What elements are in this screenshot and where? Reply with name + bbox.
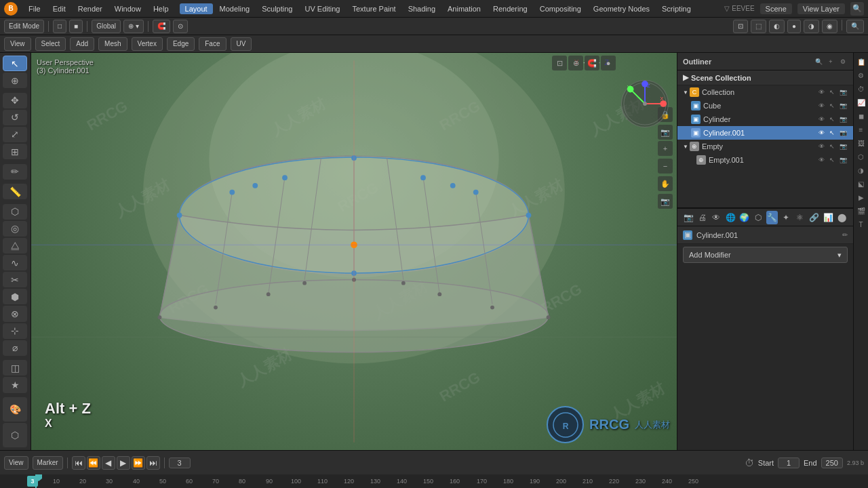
add-menu[interactable]: Add (70, 37, 94, 51)
prop-icon-particles[interactable]: ✦ (781, 211, 792, 224)
face-menu[interactable]: Face (199, 37, 226, 51)
pan-btn[interactable]: ✋ (658, 176, 673, 191)
zoom-out-btn[interactable]: − (658, 159, 673, 174)
tool-spin[interactable]: ⊗ (3, 306, 27, 321)
prev-keyframe-btn[interactable]: ⏪ (87, 456, 100, 470)
next-keyframe-btn[interactable]: ⏩ (132, 456, 145, 470)
far-right-shader[interactable]: ◑ (855, 164, 867, 176)
tool-shear[interactable]: ◫ (3, 360, 27, 375)
view-menu[interactable]: View (4, 37, 31, 51)
far-right-nla[interactable]: ≡ (855, 123, 867, 136)
workspace-scripting[interactable]: Scripting (656, 3, 696, 14)
tool-shrink[interactable]: ⌀ (3, 340, 27, 356)
empty-visibility[interactable]: 👁 (816, 142, 826, 151)
workspace-sculpting[interactable]: Sculpting (256, 3, 298, 14)
cube-select[interactable]: ↖ (827, 101, 837, 110)
shading-wire-btn[interactable]: ◐ (769, 20, 785, 33)
cyl-render[interactable]: 📷 (838, 115, 848, 124)
prop-icon-scene[interactable]: 🌐 (725, 211, 736, 224)
frame-end-box[interactable]: 250 (821, 458, 843, 468)
xray-toggle[interactable]: ⬚ (751, 20, 766, 33)
cyl001-select[interactable]: ↖ (827, 128, 837, 138)
prop-icon-physics[interactable]: ⚛ (795, 211, 806, 224)
workspace-layout[interactable]: Layout (180, 3, 213, 14)
vp-icon-render[interactable]: ● (601, 56, 616, 70)
engine-selector[interactable]: ▽ EEVEE (724, 5, 754, 12)
tool-smooth[interactable]: ⊹ (3, 323, 27, 339)
tool-annotate[interactable]: ✏ (3, 164, 27, 180)
play-back-btn[interactable]: ◀ (102, 456, 115, 470)
far-right-sequencer[interactable]: ▶ (855, 191, 867, 203)
prop-icon-render[interactable]: 📷 (683, 211, 694, 224)
outliner-filter-btn[interactable]: 🔍 (814, 57, 823, 66)
workspace-geometry-nodes[interactable]: Geometry Nodes (588, 3, 655, 14)
outliner-settings-btn[interactable]: ⚙ (838, 57, 848, 66)
prop-icon-output[interactable]: 🖨 (697, 211, 709, 224)
workspace-animation[interactable]: Animation (442, 3, 486, 14)
vp-icon-gizmo[interactable]: ⊕ (568, 56, 583, 70)
tool-paint[interactable]: 🎨 (3, 397, 27, 422)
empty001-render[interactable]: 📷 (838, 155, 848, 165)
menu-edit[interactable]: Edit (47, 3, 71, 14)
menu-render[interactable]: Render (73, 3, 108, 14)
current-frame-box[interactable]: 3 (169, 458, 191, 468)
tool-measure[interactable]: 📏 (3, 184, 27, 199)
outliner-add-btn[interactable]: + (826, 57, 835, 66)
far-right-properties[interactable]: ⚙ (855, 69, 867, 81)
tool-bevel[interactable]: ⧋ (3, 238, 27, 253)
nav-gizmo[interactable]: X Y Z (621, 80, 669, 127)
menu-window[interactable]: Window (109, 3, 146, 14)
tool-extrude[interactable]: ⬡ (3, 204, 27, 220)
workspace-uv-editing[interactable]: UV Editing (299, 3, 345, 14)
select-menu[interactable]: Select (35, 37, 66, 51)
edge-menu[interactable]: Edge (167, 37, 195, 51)
vertex-menu[interactable]: Vertex (132, 37, 163, 51)
cyl-select[interactable]: ↖ (827, 115, 837, 124)
far-right-uv[interactable]: ⬡ (855, 150, 867, 163)
tool-move[interactable]: ✥ (3, 93, 27, 108)
scrub-bar[interactable]: 0 10 20 30 40 50 60 70 80 90 100 110 120… (0, 474, 868, 488)
viewport-overlays-btn[interactable]: ⊡ (733, 20, 748, 33)
shading-render-btn[interactable]: ◉ (822, 20, 837, 33)
prop-icon-constraints[interactable]: 🔗 (808, 211, 820, 224)
far-right-text[interactable]: T (855, 218, 867, 230)
properties-edit-icon[interactable]: ✏ (842, 231, 848, 239)
select-toggle[interactable]: ↖ (827, 87, 837, 97)
cyl-visibility[interactable]: 👁 (816, 115, 826, 124)
workspace-shading[interactable]: Shading (403, 3, 441, 14)
outliner-item-collection[interactable]: ▼ C Collection 👁 ↖ 📷 (677, 85, 853, 99)
far-right-graph[interactable]: 📈 (855, 96, 867, 108)
workspace-texture-paint[interactable]: Texture Paint (347, 3, 401, 14)
scene-selector[interactable]: Scene (760, 3, 792, 14)
cyl001-render[interactable]: 📷 (838, 128, 848, 138)
prop-icon-view-layer[interactable]: 👁 (711, 211, 722, 224)
render-toggle[interactable]: 📷 (838, 87, 848, 97)
zoom-in-btn[interactable]: + (658, 141, 673, 156)
shading-solid-btn[interactable]: ● (787, 20, 801, 33)
outliner-item-cube[interactable]: ▣ Cube 👁 ↖ 📷 (677, 99, 853, 113)
outliner-item-empty001[interactable]: ⊕ Empty.001 👁 ↖ 📷 (677, 153, 853, 167)
jump-start-btn[interactable]: ⏮ (72, 456, 85, 470)
workspace-modeling[interactable]: Modeling (214, 3, 256, 14)
outliner-item-cylinder001[interactable]: ▣ Cylinder.001 👁 ↖ 📷 (677, 126, 853, 140)
shading-look-btn[interactable]: ◑ (804, 20, 819, 33)
tool-view-3d[interactable]: ⬡ (3, 423, 27, 447)
viewport-shading-solid[interactable]: ■ (69, 20, 83, 33)
prop-icon-data[interactable]: 📊 (823, 211, 834, 224)
tool-poly-build[interactable]: ⬢ (3, 289, 27, 304)
tool-select[interactable]: ↖ (3, 56, 27, 71)
view-layer-selector[interactable]: View Layer (797, 3, 845, 14)
search-btn[interactable]: 🔍 (850, 2, 864, 16)
proportional-edit[interactable]: ⊙ (173, 20, 188, 33)
far-right-clip[interactable]: 🎬 (855, 205, 867, 217)
frame-start-box[interactable]: 1 (778, 458, 800, 468)
playhead-line[interactable] (35, 474, 37, 488)
tool-knife[interactable]: ✂ (3, 272, 27, 287)
play-btn[interactable]: ▶ (117, 456, 130, 470)
prop-icon-world[interactable]: 🌍 (738, 211, 750, 224)
tool-loop-cut[interactable]: ∿ (3, 255, 27, 270)
far-right-image[interactable]: 🖼 (855, 137, 867, 149)
tool-rip[interactable]: ★ (3, 377, 27, 392)
menu-help[interactable]: Help (148, 3, 174, 14)
add-modifier-button[interactable]: Add Modifier ▾ (683, 247, 848, 263)
